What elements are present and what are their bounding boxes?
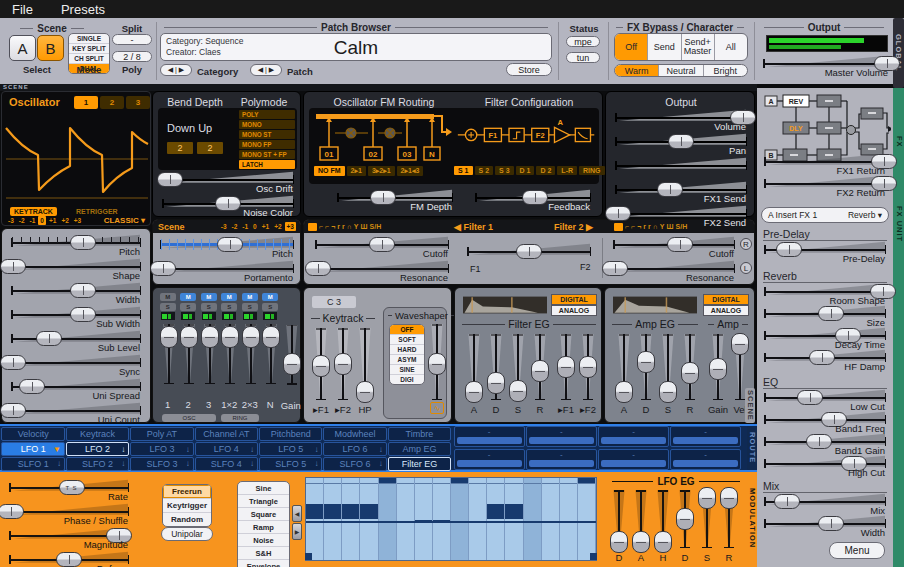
mute-button-2-3[interactable]: M — [242, 293, 258, 301]
step-shift-left-button[interactable]: ◀ — [292, 505, 302, 522]
option-envelope[interactable]: Envelope — [238, 560, 289, 567]
slider-handle-pan[interactable] — [668, 134, 694, 149]
vslider-handle-f2[interactable] — [579, 356, 597, 378]
mod-arm-arrow[interactable]: ↓ — [314, 459, 318, 468]
option-square[interactable]: Square — [238, 508, 289, 521]
slider-track[interactable] — [616, 165, 746, 167]
loop-start-marker[interactable] — [305, 553, 312, 560]
slider-resonance[interactable]: Resonance — [312, 259, 452, 283]
slider-track[interactable] — [12, 266, 140, 268]
filter-type-bandpass-icon[interactable]: ∩ — [653, 222, 658, 231]
insert-fx-selector[interactable]: A Insert FX 1 Reverb ▾ — [761, 207, 889, 223]
option-mono[interactable]: MONO — [239, 120, 295, 129]
option-1[interactable]: +1 — [260, 222, 271, 231]
vslider-a[interactable]: A — [613, 332, 635, 414]
step-3[interactable] — [342, 478, 359, 560]
vslider-f1[interactable]: ▸F1 — [310, 326, 332, 414]
slider-sub-width[interactable]: Sub Width — [8, 305, 144, 329]
mute-button-n[interactable]: M — [262, 293, 278, 301]
retrigger-toggle[interactable]: RETRIGGER — [76, 208, 118, 215]
macro-slot[interactable]: - — [670, 426, 741, 447]
patch-prev-next-buttons[interactable]: ◀ | ▶ — [250, 64, 282, 76]
vslider-handle-d[interactable] — [610, 531, 628, 553]
slider-mix[interactable]: Mix — [761, 492, 889, 514]
option-bright[interactable]: Bright — [704, 65, 747, 76]
slider-master-volume[interactable]: Master Volume — [760, 54, 892, 78]
filter-type-hp24-icon[interactable]: r — [648, 222, 651, 231]
slider-track[interactable] — [765, 183, 885, 185]
slider-cutoff[interactable]: Cutoff — [312, 235, 452, 259]
slider-uni-count[interactable]: Uni Count — [8, 401, 144, 425]
filter-type-lp-ladder-icon[interactable]: ¬ — [637, 222, 641, 231]
vslider-handle-x[interactable] — [160, 326, 178, 348]
slider-width[interactable]: Width — [8, 281, 144, 305]
slider-x[interactable] — [464, 242, 594, 266]
vslider-f1[interactable]: ▸F1 — [555, 332, 577, 414]
mod-cell-slfo-6[interactable]: SLFO 6↓ — [323, 457, 387, 471]
option-poly[interactable]: POLY — [239, 110, 295, 119]
bend-down-value[interactable]: 2 — [167, 142, 193, 154]
menu-file[interactable]: File — [12, 2, 33, 17]
vslider-s[interactable]: S — [696, 488, 718, 562]
vslider-handle-x[interactable] — [428, 353, 446, 375]
patch-name[interactable]: Calm — [161, 37, 551, 59]
vslider-gain[interactable]: Gain — [707, 332, 729, 414]
slider-handle-cutoff[interactable] — [667, 237, 693, 252]
macro-slider[interactable] — [601, 460, 666, 467]
mpe-button[interactable]: mpe — [566, 36, 600, 47]
option-3[interactable]: +3 — [285, 222, 296, 231]
mod-cell-slfo-3[interactable]: SLFO 3↓ — [130, 457, 194, 471]
loop-end-marker[interactable] — [590, 553, 597, 560]
vslider-handle-d[interactable] — [637, 351, 655, 373]
filter1-type-icons[interactable]: ⌐⌐¬rr∩YШS/H — [308, 222, 381, 231]
option-triangle[interactable]: Triangle — [238, 495, 289, 508]
mod-arm-arrow[interactable]: ↓ — [186, 459, 190, 468]
slider-handle-mix[interactable] — [774, 494, 800, 509]
vslider-r[interactable]: R — [679, 332, 701, 414]
vslider-handle-h[interactable] — [654, 531, 672, 553]
vslider-x[interactable] — [281, 323, 303, 399]
vslider-handle-x[interactable] — [180, 326, 198, 348]
mod-arm-arrow[interactable]: ↓ — [57, 459, 61, 468]
vslider-handle-s[interactable] — [659, 381, 677, 403]
vslider-s[interactable]: S — [507, 332, 529, 414]
slider-track[interactable] — [765, 335, 885, 337]
option-l-r[interactable]: L-R — [557, 166, 577, 175]
solo-button-n[interactable]: S — [262, 303, 278, 311]
slider-handle-feedback[interactable] — [522, 190, 548, 205]
vslider-handle-x[interactable] — [221, 326, 239, 348]
option-s-3[interactable]: S 3 — [495, 166, 514, 175]
solo-button-2[interactable]: S — [180, 303, 196, 311]
option-warm[interactable]: Warm — [615, 65, 659, 76]
slider-osc-drift[interactable]: Osc Drift — [159, 170, 297, 194]
waveshaper-curve-icon[interactable]: ∿ — [430, 402, 444, 414]
step-11[interactable] — [487, 478, 504, 560]
mute-button-3[interactable]: M — [201, 293, 217, 301]
mod-cell-pitchbend[interactable]: Pitchbend — [259, 427, 323, 441]
option-ring[interactable]: RING — [579, 166, 605, 175]
slider-fx2-return[interactable]: FX2 Return — [761, 174, 889, 196]
slider-pan[interactable]: Pan — [612, 132, 750, 156]
option-send-master[interactable]: Send+ Master — [682, 34, 715, 60]
mod-cell-timbre[interactable]: Timbre — [388, 427, 452, 441]
option-3[interactable]: +3 — [72, 216, 83, 225]
mod-cell-amp-eg[interactable]: Amp EG — [388, 442, 452, 456]
split-value[interactable]: - — [112, 34, 152, 45]
macro-slider[interactable] — [673, 460, 738, 467]
macro-slot[interactable]: - — [526, 426, 597, 447]
option-s-1[interactable]: S 1 — [454, 166, 473, 175]
step-7[interactable] — [415, 478, 432, 560]
slider-track[interactable] — [765, 161, 885, 163]
vslider-handle-x[interactable] — [242, 326, 260, 348]
option-3[interactable]: -3 — [219, 222, 229, 231]
scene-a-button[interactable]: A — [9, 35, 36, 61]
macro-slider[interactable] — [529, 437, 594, 444]
slider-low-cut[interactable]: Low Cut — [761, 388, 889, 410]
store-button[interactable]: Store — [506, 63, 552, 76]
slider-pre-delay[interactable]: Pre-Delay — [761, 240, 889, 262]
option-single[interactable]: SINGLE — [69, 34, 109, 44]
option-mono-fp[interactable]: MONO FP — [239, 140, 295, 149]
slider-resonance[interactable]: ResonanceL — [610, 259, 738, 283]
slider-track[interactable] — [764, 63, 888, 65]
vslider-handle-r[interactable] — [720, 487, 738, 509]
